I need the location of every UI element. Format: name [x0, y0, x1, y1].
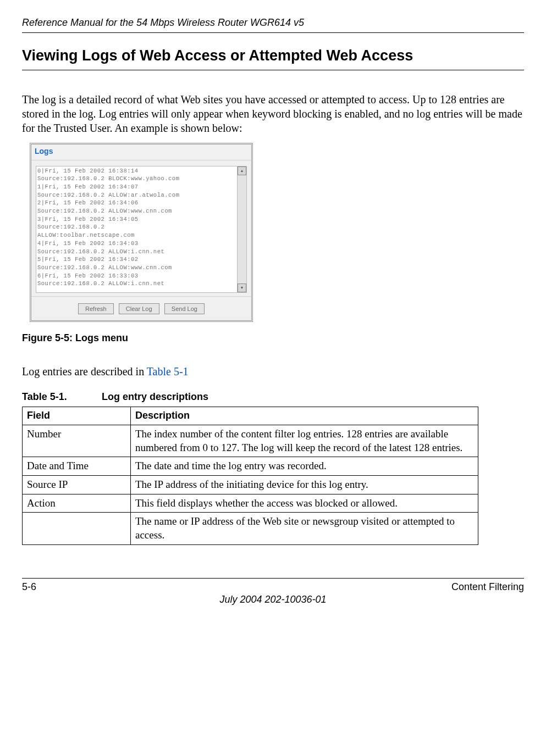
figure-caption: Figure 5-5: Logs menu [22, 332, 524, 344]
logs-panel-title: Logs [31, 144, 251, 160]
scroll-up-icon[interactable]: ▲ [238, 166, 246, 175]
scroll-down-icon[interactable]: ▼ [238, 284, 246, 292]
table-row: Date and Time The date and time the log … [23, 457, 478, 476]
cell-desc: This field displays whether the access w… [131, 494, 478, 513]
cell-field: Date and Time [23, 457, 131, 476]
logs-screenshot: Logs 0|Fri, 15 Feb 2002 16:38:14 Source:… [30, 143, 253, 321]
log-entries-text[interactable]: 0|Fri, 15 Feb 2002 16:38:14 Source:192.1… [36, 166, 238, 293]
cell-field: Number [23, 425, 131, 457]
table-link[interactable]: Table 5-1 [147, 365, 189, 377]
cell-field [23, 513, 131, 544]
table-caption: Table 5-1. Log entry descriptions [22, 391, 524, 403]
cell-desc: The IP address of the initiating device … [131, 475, 478, 494]
intro-paragraph: The log is a detailed record of what Web… [22, 92, 524, 135]
cell-desc: The date and time the log entry was reco… [131, 457, 478, 476]
footer-section: Content Filtering [451, 581, 524, 593]
table-header-description: Description [131, 407, 478, 425]
page-footer: 5-6 Content Filtering July 2004 202-1003… [22, 578, 524, 607]
table-caption-title: Log entry descriptions [102, 391, 208, 402]
table-reference-text: Log entries are described in Table 5-1 [22, 364, 524, 379]
table-row: The name or IP address of the Web site o… [23, 513, 478, 544]
refresh-button[interactable]: Refresh [78, 303, 114, 314]
cell-desc: The name or IP address of the Web site o… [131, 513, 478, 544]
send-log-button[interactable]: Send Log [164, 303, 205, 314]
table-row: Number The index number of the content f… [23, 425, 478, 457]
log-entry-table: Field Description Number The index numbe… [22, 407, 478, 544]
table-caption-label: Table 5-1. [22, 391, 99, 403]
footer-date-line: July 2004 202-10036-01 [22, 593, 524, 606]
section-title: Viewing Logs of Web Access or Attempted … [22, 46, 524, 70]
table-row: Action This field displays whether the a… [23, 494, 478, 513]
clear-log-button[interactable]: Clear Log [119, 303, 159, 314]
table-header-field: Field [23, 407, 131, 425]
running-header: Reference Manual for the 54 Mbps Wireles… [22, 16, 524, 33]
mid-text-pre: Log entries are described in [22, 365, 147, 377]
scrollbar[interactable]: ▲ ▼ [238, 166, 247, 293]
cell-field: Source IP [23, 475, 131, 494]
page-number: 5-6 [22, 581, 36, 593]
cell-field: Action [23, 494, 131, 513]
logs-textarea: 0|Fri, 15 Feb 2002 16:38:14 Source:192.1… [36, 166, 247, 293]
logs-button-row: Refresh Clear Log Send Log [31, 296, 251, 320]
table-row: Source IP The IP address of the initiati… [23, 475, 478, 494]
cell-desc: The index number of the content filter l… [131, 425, 478, 457]
